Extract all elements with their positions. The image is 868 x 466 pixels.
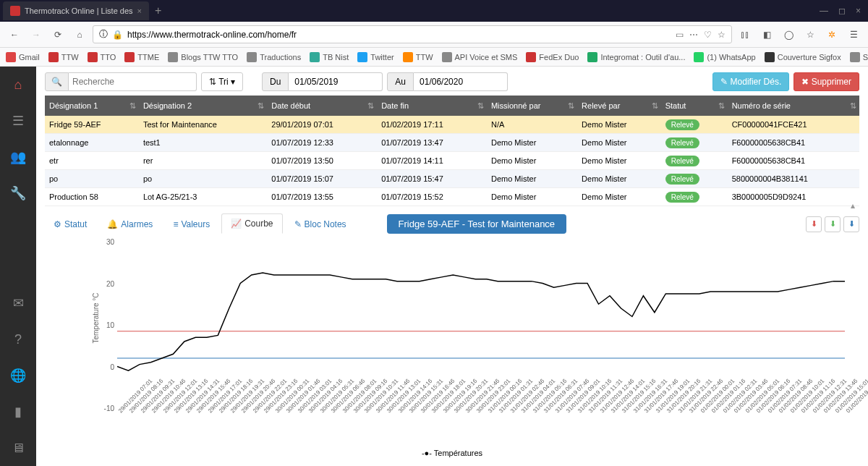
date-from-input[interactable] (289, 72, 383, 91)
sort-button[interactable]: ⇅ Tri ▾ (201, 72, 243, 91)
url-bar[interactable]: ⓘ 🔒 ▭ ⋯ ♡ ☆ (93, 25, 732, 43)
table-row[interactable]: popo01/07/2019 15:0701/07/2019 15:47Demo… (45, 170, 859, 188)
browser-nav-bar: ← → ⟳ ⌂ ⓘ 🔒 ▭ ⋯ ♡ ☆ ⫿⫿ ◧ ◯ ☆ ✲ ☰ (0, 22, 868, 48)
bookmark-item[interactable]: TTO (88, 52, 116, 62)
menu-icon[interactable]: ☰ (845, 26, 862, 43)
sidebar-icon[interactable]: ◧ (758, 26, 775, 43)
close-window-icon[interactable]: × (856, 6, 861, 16)
export-image-icon[interactable]: ⬇ (843, 216, 859, 232)
bookmark-item[interactable]: TTME (124, 52, 159, 62)
tab-courbe[interactable]: 📈 Courbe (221, 213, 282, 234)
delete-button[interactable]: ✖ Supprimer (793, 72, 859, 91)
sidebar-language[interactable]: 🌐 (0, 357, 36, 394)
bookmark-item[interactable]: Silicon (850, 52, 868, 62)
sidebar-settings[interactable]: 🔧 (0, 175, 36, 211)
date-from-label: Du (262, 72, 289, 91)
app-sidebar: ⌂ ☰ 👥 🔧 ✉ ? 🌐 ▮ 🖥 (0, 67, 36, 466)
table-header[interactable]: Date début⇅ (267, 96, 377, 116)
table-header[interactable]: Désignation 1⇅ (45, 96, 139, 116)
selection-info: Fridge 59-AEF - Test for Maintenance (387, 214, 567, 234)
table-header[interactable]: Désignation 2⇅ (139, 96, 267, 116)
sidebar-mobile[interactable]: ▮ (0, 394, 36, 430)
home-button[interactable]: ⌂ (71, 26, 88, 43)
bookmark-item[interactable]: (1) WhatsApp (694, 52, 755, 62)
bookmark-item[interactable]: TTW (403, 52, 433, 62)
search-input[interactable] (69, 72, 197, 91)
export-pdf-icon[interactable]: ⬇ (806, 216, 822, 232)
maximize-icon[interactable]: ◻ (838, 6, 846, 16)
bookmark-item[interactable]: TB Nist (310, 52, 349, 62)
edit-button[interactable]: ✎ Modifier Dés. (712, 72, 789, 91)
info-icon[interactable]: ⓘ (99, 28, 108, 41)
bookmark-item[interactable]: API Voice et SMS (442, 52, 518, 62)
library-icon[interactable]: ⫿⫿ (736, 26, 754, 43)
lock-icon: 🔒 (112, 30, 123, 40)
bookmark-item[interactable]: Integromat : Outil d'au... (587, 52, 685, 62)
export-excel-icon[interactable]: ⬇ (825, 216, 841, 232)
url-input[interactable] (127, 30, 671, 40)
bookmark-item[interactable]: TTW (48, 52, 79, 62)
account-icon[interactable]: ◯ (780, 26, 797, 43)
main-content: 🔍 ⇅ Tri ▾ Du Au ✎ Modifier Dés. ✖ Suppri… (36, 67, 868, 466)
forward-button[interactable]: → (27, 26, 45, 43)
sidebar-help[interactable]: ? (0, 321, 36, 357)
bookmark-item[interactable]: FedEx Duo (526, 52, 579, 62)
table-row[interactable]: etrrer01/07/2019 13:5001/07/2019 14:11De… (45, 152, 859, 170)
data-table: Désignation 1⇅Désignation 2⇅Date début⇅D… (45, 96, 859, 206)
bookmark-item[interactable]: Blogs TTW TTO (168, 52, 238, 62)
window-controls: — ◻ × (820, 6, 868, 16)
more-icon[interactable]: ⋯ (689, 30, 698, 40)
back-button[interactable]: ← (6, 26, 23, 43)
chart: Temperature °C -100102030 29/01/2019 07:… (45, 242, 859, 452)
table-header[interactable]: Date fin⇅ (377, 96, 487, 116)
browser-tab[interactable]: Thermotrack Online | Liste des × (3, 1, 149, 20)
tab-title: Thermotrack Online | Liste des (25, 7, 133, 15)
shield-icon[interactable]: ♡ (704, 30, 712, 40)
reload-button[interactable]: ⟳ (49, 26, 67, 43)
reader-icon[interactable]: ▭ (676, 30, 684, 40)
tab-valeurs[interactable]: ≡ Valeurs (164, 215, 218, 234)
table-header[interactable]: Statut⇅ (661, 96, 728, 116)
temperature-line (117, 273, 845, 370)
sidebar-home[interactable]: ⌂ (0, 67, 36, 103)
bookmark-item[interactable]: Gmail (6, 52, 40, 62)
bookmark-item[interactable]: Twitter (357, 52, 393, 62)
close-tab-icon[interactable]: × (137, 7, 142, 15)
new-tab-button[interactable]: + (155, 4, 161, 17)
bookmark-star-icon[interactable]: ☆ (801, 26, 819, 43)
scroll-up-icon[interactable]: ▴ (851, 200, 859, 211)
table-row[interactable]: Fridge 59-AEFTest for Maintenance29/01/2… (45, 116, 859, 134)
sidebar-list[interactable]: ☰ (0, 103, 36, 139)
table-header[interactable]: Missionné par⇅ (487, 96, 577, 116)
date-to-input[interactable] (414, 72, 508, 91)
bookmark-item[interactable]: Couverture Sigfox (765, 52, 841, 62)
sidebar-users[interactable]: 👥 (0, 139, 36, 175)
tab-statut[interactable]: ⚙ Statut (45, 215, 95, 234)
star-icon[interactable]: ☆ (718, 30, 726, 40)
tab-favicon (10, 6, 20, 16)
table-header[interactable]: Relevé par⇅ (577, 96, 661, 116)
table-row[interactable]: Production 58Lot AG-25/21-301/07/2019 13… (45, 188, 859, 206)
sidebar-desktop[interactable]: 🖥 (0, 430, 36, 466)
bookmark-item[interactable]: Traductions (247, 52, 301, 62)
chart-legend: -●- Températures (422, 449, 482, 457)
bookmarks-bar: GmailTTWTTOTTMEBlogs TTW TTOTraductionsT… (0, 48, 868, 67)
tab-blocnotes[interactable]: ✎ Bloc Notes (286, 215, 355, 234)
sidebar-mail[interactable]: ✉ (0, 285, 36, 321)
detail-tabs: ⚙ Statut 🔔 Alarmes ≡ Valeurs 📈 Courbe ✎ … (45, 213, 859, 234)
minimize-icon[interactable]: — (820, 6, 828, 16)
table-header[interactable]: Numéro de série⇅ (728, 96, 859, 116)
table-row[interactable]: etalonnagetest101/07/2019 12:3301/07/201… (45, 134, 859, 152)
browser-tab-strip: Thermotrack Online | Liste des × + — ◻ × (0, 0, 868, 22)
search-icon: 🔍 (45, 72, 69, 91)
toolbar: 🔍 ⇅ Tri ▾ Du Au ✎ Modifier Dés. ✖ Suppri… (45, 72, 859, 91)
tab-alarmes[interactable]: 🔔 Alarmes (98, 215, 161, 234)
extension-icon[interactable]: ✲ (823, 26, 841, 43)
date-to-label: Au (387, 72, 414, 91)
